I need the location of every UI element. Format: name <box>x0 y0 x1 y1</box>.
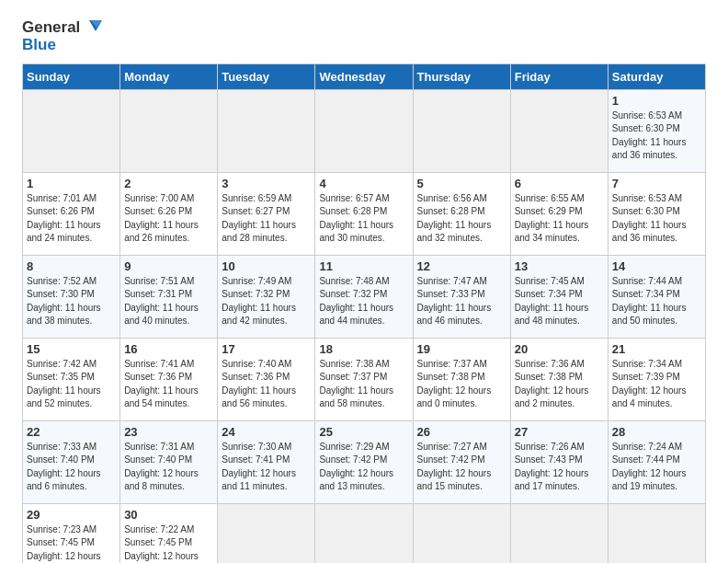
calendar-cell: 4Sunrise: 6:57 AMSunset: 6:28 PMDaylight… <box>315 172 413 255</box>
cell-info: Sunrise: 7:36 AMSunset: 7:38 PMDaylight:… <box>515 359 589 409</box>
day-number: 27 <box>515 425 604 439</box>
calendar-week-row: 1Sunrise: 6:53 AMSunset: 6:30 PMDaylight… <box>23 89 706 172</box>
cell-info: Sunrise: 7:47 AMSunset: 7:33 PMDaylight:… <box>417 276 492 327</box>
day-number: 11 <box>319 259 408 273</box>
day-number: 3 <box>222 177 311 190</box>
day-number: 7 <box>612 177 701 190</box>
calendar-cell <box>413 503 510 563</box>
calendar-header-row: SundayMondayTuesdayWednesdayThursdayFrid… <box>23 63 706 89</box>
day-number: 10 <box>222 259 311 273</box>
day-number: 29 <box>27 508 116 522</box>
calendar-cell <box>413 89 510 172</box>
day-number: 5 <box>417 177 506 190</box>
cell-info: Sunrise: 7:29 AMSunset: 7:42 PMDaylight:… <box>319 442 393 492</box>
calendar-cell: 22Sunrise: 7:33 AMSunset: 7:40 PMDayligh… <box>23 420 120 503</box>
calendar-week-row: 1Sunrise: 7:01 AMSunset: 6:26 PMDaylight… <box>23 172 706 255</box>
day-number: 1 <box>612 94 701 108</box>
cell-info: Sunrise: 7:00 AMSunset: 6:26 PMDaylight:… <box>124 193 199 244</box>
cell-info: Sunrise: 7:40 AMSunset: 7:36 PMDaylight:… <box>222 359 296 409</box>
logo-text: General Blue <box>22 18 102 54</box>
day-number: 8 <box>27 259 116 273</box>
cell-info: Sunrise: 7:45 AMSunset: 7:34 PMDaylight:… <box>515 276 589 327</box>
header-saturday: Saturday <box>608 63 705 89</box>
calendar-cell: 25Sunrise: 7:29 AMSunset: 7:42 PMDayligh… <box>315 420 413 503</box>
day-number: 24 <box>222 425 311 439</box>
calendar-week-row: 8Sunrise: 7:52 AMSunset: 7:30 PMDaylight… <box>23 255 706 338</box>
calendar-cell: 8Sunrise: 7:52 AMSunset: 7:30 PMDaylight… <box>23 255 120 338</box>
cell-info: Sunrise: 7:24 AMSunset: 7:44 PMDaylight:… <box>612 442 687 492</box>
day-number: 12 <box>417 259 506 273</box>
day-number: 20 <box>515 342 604 356</box>
calendar-cell: 14Sunrise: 7:44 AMSunset: 7:34 PMDayligh… <box>608 255 705 338</box>
cell-info: Sunrise: 7:31 AMSunset: 7:40 PMDaylight:… <box>124 442 199 492</box>
calendar-cell: 20Sunrise: 7:36 AMSunset: 7:38 PMDayligh… <box>510 338 608 420</box>
cell-info: Sunrise: 7:42 AMSunset: 7:35 PMDaylight:… <box>27 359 101 409</box>
cell-info: Sunrise: 6:53 AMSunset: 6:30 PMDaylight:… <box>612 110 687 161</box>
cell-info: Sunrise: 7:41 AMSunset: 7:36 PMDaylight:… <box>124 359 199 409</box>
day-number: 9 <box>124 259 213 273</box>
cell-info: Sunrise: 7:37 AMSunset: 7:38 PMDaylight:… <box>417 359 492 409</box>
day-number: 13 <box>515 259 604 273</box>
calendar-cell: 23Sunrise: 7:31 AMSunset: 7:40 PMDayligh… <box>120 420 218 503</box>
cell-info: Sunrise: 7:27 AMSunset: 7:42 PMDaylight:… <box>417 442 492 492</box>
calendar-cell: 21Sunrise: 7:34 AMSunset: 7:39 PMDayligh… <box>608 338 705 420</box>
calendar-cell: 24Sunrise: 7:30 AMSunset: 7:41 PMDayligh… <box>218 420 315 503</box>
calendar-cell: 26Sunrise: 7:27 AMSunset: 7:42 PMDayligh… <box>413 420 510 503</box>
cell-info: Sunrise: 7:22 AMSunset: 7:45 PMDaylight:… <box>124 524 199 563</box>
calendar-cell: 28Sunrise: 7:24 AMSunset: 7:44 PMDayligh… <box>608 420 705 503</box>
calendar-cell <box>315 503 413 563</box>
calendar-cell: 30Sunrise: 7:22 AMSunset: 7:45 PMDayligh… <box>120 503 218 563</box>
calendar-cell: 3Sunrise: 6:59 AMSunset: 6:27 PMDaylight… <box>218 172 315 255</box>
day-number: 22 <box>27 425 116 439</box>
calendar-cell: 12Sunrise: 7:47 AMSunset: 7:33 PMDayligh… <box>413 255 510 338</box>
day-number: 23 <box>124 425 213 439</box>
day-number: 6 <box>515 177 604 190</box>
calendar-cell: 27Sunrise: 7:26 AMSunset: 7:43 PMDayligh… <box>510 420 608 503</box>
calendar-cell: 5Sunrise: 6:56 AMSunset: 6:28 PMDaylight… <box>413 172 510 255</box>
day-number: 14 <box>612 259 701 273</box>
day-number: 1 <box>27 177 116 190</box>
cell-info: Sunrise: 7:23 AMSunset: 7:45 PMDaylight:… <box>27 524 101 563</box>
calendar-cell: 1Sunrise: 7:01 AMSunset: 6:26 PMDaylight… <box>23 172 120 255</box>
calendar-week-row: 22Sunrise: 7:33 AMSunset: 7:40 PMDayligh… <box>23 420 706 503</box>
calendar-cell: 15Sunrise: 7:42 AMSunset: 7:35 PMDayligh… <box>23 338 120 420</box>
calendar-cell: 2Sunrise: 7:00 AMSunset: 6:26 PMDaylight… <box>120 172 218 255</box>
day-number: 26 <box>417 425 506 439</box>
calendar-cell <box>120 89 218 172</box>
day-number: 2 <box>124 177 213 190</box>
calendar-cell <box>218 503 315 563</box>
header-friday: Friday <box>510 63 608 89</box>
cell-info: Sunrise: 7:30 AMSunset: 7:41 PMDaylight:… <box>222 442 296 492</box>
cell-info: Sunrise: 7:51 AMSunset: 7:31 PMDaylight:… <box>124 276 199 327</box>
calendar-cell <box>23 89 120 172</box>
day-number: 28 <box>612 425 701 439</box>
day-number: 21 <box>612 342 701 356</box>
calendar-cell: 16Sunrise: 7:41 AMSunset: 7:36 PMDayligh… <box>120 338 218 420</box>
header-sunday: Sunday <box>23 63 120 89</box>
calendar-cell: 18Sunrise: 7:38 AMSunset: 7:37 PMDayligh… <box>315 338 413 420</box>
calendar-cell: 10Sunrise: 7:49 AMSunset: 7:32 PMDayligh… <box>218 255 315 338</box>
day-number: 18 <box>319 342 408 356</box>
calendar-cell <box>510 503 608 563</box>
cell-info: Sunrise: 6:56 AMSunset: 6:28 PMDaylight:… <box>417 193 492 244</box>
calendar-cell: 11Sunrise: 7:48 AMSunset: 7:32 PMDayligh… <box>315 255 413 338</box>
calendar-cell: 7Sunrise: 6:53 AMSunset: 6:30 PMDaylight… <box>608 172 705 255</box>
calendar-cell: 17Sunrise: 7:40 AMSunset: 7:36 PMDayligh… <box>218 338 315 420</box>
calendar-cell: 13Sunrise: 7:45 AMSunset: 7:34 PMDayligh… <box>510 255 608 338</box>
header-thursday: Thursday <box>413 63 510 89</box>
cell-info: Sunrise: 7:33 AMSunset: 7:40 PMDaylight:… <box>27 442 101 492</box>
calendar-cell: 6Sunrise: 6:55 AMSunset: 6:29 PMDaylight… <box>510 172 608 255</box>
cell-info: Sunrise: 6:59 AMSunset: 6:27 PMDaylight:… <box>222 193 296 244</box>
day-number: 19 <box>417 342 506 356</box>
day-number: 16 <box>124 342 213 356</box>
calendar-cell: 1Sunrise: 6:53 AMSunset: 6:30 PMDaylight… <box>608 89 705 172</box>
day-number: 15 <box>27 342 116 356</box>
header-monday: Monday <box>120 63 218 89</box>
calendar-cell: 9Sunrise: 7:51 AMSunset: 7:31 PMDaylight… <box>120 255 218 338</box>
calendar-cell: 19Sunrise: 7:37 AMSunset: 7:38 PMDayligh… <box>413 338 510 420</box>
day-number: 4 <box>319 177 408 190</box>
calendar-cell <box>608 503 705 563</box>
header-wednesday: Wednesday <box>315 63 413 89</box>
logo-bird-icon <box>82 18 102 37</box>
cell-info: Sunrise: 7:49 AMSunset: 7:32 PMDaylight:… <box>222 276 296 327</box>
